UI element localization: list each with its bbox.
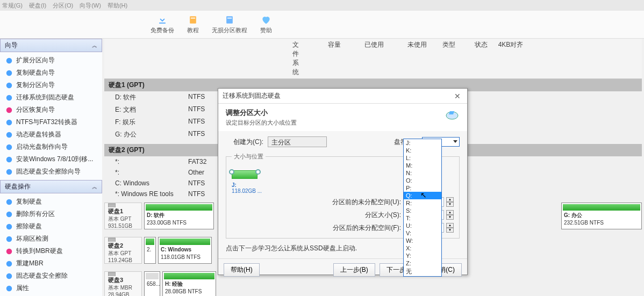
sidebar-ops-item-0[interactable]: 复制硬盘: [0, 196, 102, 208]
toolbar-donate[interactable]: 赞助: [260, 15, 272, 34]
sidebar-wizard-item-0[interactable]: 扩展分区向导: [0, 54, 102, 67]
bullet-icon: [5, 82, 13, 89]
drive-option[interactable]: J:: [404, 139, 441, 147]
after-spin-up[interactable]: ▲: [446, 223, 454, 228]
disk3-icon-box[interactable]: 硬盘3 基本 MBR 28.94GB: [104, 271, 142, 296]
disk1-part-d[interactable]: D: 软件 233.00GB NTFS: [144, 203, 214, 229]
sidebar-ops-item-5[interactable]: 重建MBR: [0, 257, 102, 270]
before-spin-up[interactable]: ▲: [446, 197, 454, 202]
bullet-icon: [5, 119, 13, 126]
part-name: G: 办公: [104, 130, 185, 139]
side-item-label: 擦除硬盘: [16, 222, 42, 231]
sidebar-wizard-item-1[interactable]: 复制硬盘向导: [0, 67, 102, 79]
drive-option[interactable]: O:: [404, 177, 441, 184]
drive-option[interactable]: X:: [404, 244, 441, 252]
wizard-panel-header[interactable]: 向导 ︽: [0, 39, 102, 52]
help-button[interactable]: 帮助(H): [224, 263, 260, 277]
side-item-label: 属性: [16, 284, 29, 293]
drive-option[interactable]: P:: [404, 184, 441, 192]
toolbar-backup[interactable]: 免费备份: [151, 15, 174, 34]
col-fs[interactable]: 文件系统: [185, 39, 296, 78]
bullet-icon: [5, 223, 13, 230]
side-item-label: 启动光盘制作向导: [16, 142, 68, 151]
col-cap[interactable]: 容量: [296, 39, 344, 78]
part-h-info: 28.08GB NTFS: [163, 288, 216, 295]
after-spin-down[interactable]: ▼: [446, 228, 454, 233]
after-label: 分区后的未分配空间(F):: [333, 223, 401, 233]
svg-point-6: [6, 82, 12, 88]
disk1-size: 931.51GB: [108, 223, 141, 229]
drive-option[interactable]: V:: [404, 229, 441, 237]
sidebar-wizard-item-5[interactable]: NTFS与FAT32转换器: [0, 116, 102, 128]
drive-option[interactable]: 无: [404, 267, 441, 276]
svg-point-13: [6, 169, 12, 175]
menu-help[interactable]: 帮助(H): [108, 2, 127, 10]
sidebar-ops-item-7[interactable]: 属性: [0, 282, 102, 294]
sidebar-wizard-item-6[interactable]: 动态硬盘转换器: [0, 128, 102, 141]
disk3-part-0[interactable]: 658...: [144, 271, 160, 296]
menu-disk[interactable]: 硬盘(I): [29, 2, 46, 10]
menu-wizard[interactable]: 向导(W): [80, 2, 101, 10]
menu-general[interactable]: 常规(G): [2, 2, 23, 10]
sidebar-ops-item-3[interactable]: 坏扇区检测: [0, 233, 102, 245]
drive-option[interactable]: Z:: [404, 259, 441, 267]
toolbar-lossless[interactable]: 无损分区教程: [212, 15, 247, 34]
col-used[interactable]: 已使用: [344, 39, 387, 78]
sidebar-wizard-item-7[interactable]: 启动光盘制作向导: [0, 141, 102, 153]
sidebar-wizard-item-9[interactable]: 固态硬盘安全擦除向导: [0, 165, 102, 178]
drive-option[interactable]: T:: [404, 214, 441, 222]
before-spin-down[interactable]: ▼: [446, 202, 454, 207]
drive-option[interactable]: W:: [404, 237, 441, 244]
close-icon[interactable]: ✕: [452, 92, 463, 100]
drive-option[interactable]: M:: [404, 162, 441, 169]
svg-rect-23: [108, 238, 116, 242]
drive-option[interactable]: K:: [404, 147, 441, 154]
sidebar-ops-item-2[interactable]: 擦除硬盘: [0, 220, 102, 233]
disk3-part-h[interactable]: H: 经验 28.08GB NTFS: [162, 271, 216, 296]
svg-point-17: [6, 236, 12, 242]
svg-point-4: [6, 57, 12, 63]
dialog-titlebar[interactable]: 迁移系统到固态硬盘 ✕: [218, 89, 467, 104]
sidebar-wizard-item-8[interactable]: 安装Windows 7/8/10到移...: [0, 153, 102, 165]
size-spin-down[interactable]: ▼: [446, 215, 454, 220]
sidebar-ops-item-6[interactable]: 固态硬盘安全擦除: [0, 270, 102, 282]
slider-handle-right[interactable]: [255, 169, 261, 175]
sidebar-ops-item-1[interactable]: 删除所有分区: [0, 208, 102, 220]
sidebar-ops-item-4[interactable]: 转换到MBR硬盘: [0, 245, 102, 257]
sidebar-wizard-item-4[interactable]: 分区恢复向导: [0, 104, 102, 116]
part-d-name: D: 软件: [147, 212, 164, 218]
disk1-part-g[interactable]: G: 办公 232.51GB NTFS: [561, 203, 642, 229]
sidebar-wizard-item-2[interactable]: 复制分区向导: [0, 79, 102, 91]
drive-option[interactable]: Y:: [404, 252, 441, 259]
menu-partition[interactable]: 分区(O): [53, 2, 73, 10]
toolbar-tutorial[interactable]: 教程: [187, 15, 199, 34]
drive-option[interactable]: N:: [404, 169, 441, 177]
ops-panel-title: 硬盘操作: [5, 182, 31, 191]
disk2-icon-box[interactable]: 硬盘2 基本 GPT 119.24GB: [104, 237, 142, 264]
back-button[interactable]: 上一步(B): [333, 263, 375, 277]
col-4k[interactable]: 4KB对齐: [495, 39, 527, 78]
part-name: *: Windows RE tools: [104, 190, 185, 198]
disk2-part-c[interactable]: C: Windows 118.01GB NTFS: [158, 237, 212, 264]
ops-panel-header[interactable]: 硬盘操作 ︽: [0, 180, 102, 193]
drive-option[interactable]: U:: [404, 222, 441, 229]
col-free[interactable]: 未使用: [387, 39, 430, 78]
slider-handle-left[interactable]: [229, 169, 234, 175]
create-as-select[interactable]: 主分区: [268, 136, 327, 147]
sidebar-wizard-item-3[interactable]: 迁移系统到固态硬盘: [0, 91, 102, 104]
drive-option[interactable]: R:: [404, 199, 441, 207]
chevron-up-icon: ︽: [92, 42, 97, 49]
size-spin-up[interactable]: ▲: [446, 210, 454, 215]
chevron-up-icon: ︽: [92, 183, 97, 191]
drive-option[interactable]: L:: [404, 154, 441, 162]
bullet-icon: [5, 272, 13, 280]
drive-letter-dropdown[interactable]: J:K:L:M:N:O:P:Q:R:S:T:U:V:W:X:Y:Z:无: [403, 139, 442, 277]
disk1-icon-box[interactable]: 硬盘1 基本 GPT 931.51GB: [104, 203, 142, 229]
drive-option[interactable]: Q:: [404, 192, 441, 199]
side-item-label: 动态硬盘转换器: [16, 130, 61, 139]
col-type[interactable]: 类型: [430, 39, 468, 78]
disk2-part-0[interactable]: 2.: [144, 237, 156, 264]
drive-option[interactable]: S:: [404, 207, 441, 214]
col-state[interactable]: 状态: [468, 39, 495, 78]
disk2-sub: 基本 GPT: [108, 250, 141, 257]
